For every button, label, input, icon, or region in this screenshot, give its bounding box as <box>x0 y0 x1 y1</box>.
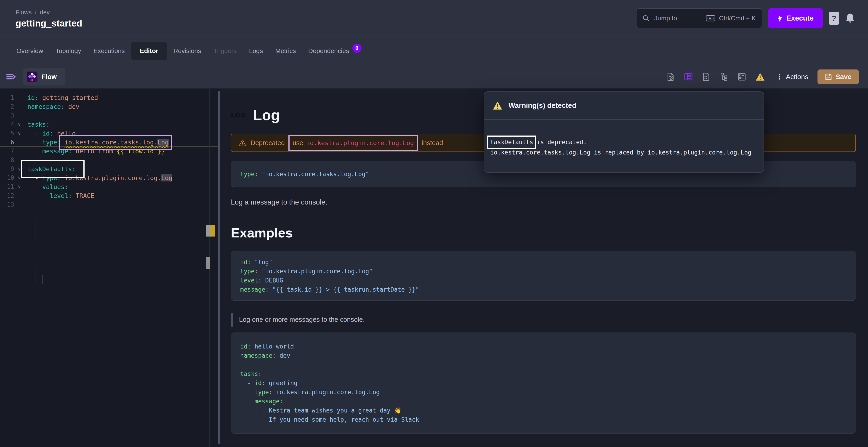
editor-line-3[interactable]: 3 <box>0 111 218 120</box>
help-icon[interactable]: ? <box>829 12 839 25</box>
help-glyph: ? <box>832 14 836 23</box>
examples-heading: Examples <box>231 225 856 241</box>
line-number: 11 <box>0 182 14 191</box>
kebab-icon: ⋮ <box>776 72 783 81</box>
example-code-block-1: id: "log"type: "io.kestra.plugin.core.lo… <box>231 251 856 301</box>
tab-logs[interactable]: Logs <box>243 42 269 60</box>
editor-lines: 1id: getting_started2namespace: dev34∨ta… <box>0 93 218 209</box>
tab-executions[interactable]: Executions <box>88 42 131 60</box>
pane-splitter[interactable] <box>218 89 220 447</box>
indent-guide <box>35 266 35 284</box>
editor-line-11[interactable]: 11∨ values: <box>0 182 218 191</box>
docs-title: Log <box>253 107 280 124</box>
blueprint-icon[interactable] <box>738 72 746 81</box>
actions-label: Actions <box>786 73 808 81</box>
indent-guide <box>28 213 28 240</box>
code-text: namespace: dev <box>25 102 218 111</box>
line-number: 8 <box>0 156 14 164</box>
keyboard-icon <box>706 15 715 22</box>
tab-revisions[interactable]: Revisions <box>167 42 207 60</box>
editor-toolbar: Flow <box>0 65 868 89</box>
tab-editor[interactable]: Editor <box>131 42 167 60</box>
tree-icon[interactable] <box>720 72 728 81</box>
tab-dependencies-label: Dependencies <box>308 47 349 55</box>
save-button[interactable]: Save <box>817 69 859 84</box>
warnings-popup-body: taskDefaults is deprecated. io.kestra.co… <box>484 120 764 158</box>
warning-line-1: taskDefaults is deprecated. <box>490 137 757 148</box>
editor-line-13[interactable]: 13 <box>0 200 218 209</box>
code-text: level: TRACE <box>25 191 218 200</box>
code-text: taskDefaults: <box>25 164 218 173</box>
example-quote: Log one or more messages to the console. <box>231 313 856 326</box>
ruler-marker-gray <box>206 257 210 269</box>
sidebar-toggle-icon[interactable] <box>6 72 17 81</box>
flow-tab-label: Flow <box>41 73 57 81</box>
code-line: - If you need some help, reach out via S… <box>240 415 846 424</box>
actions-button[interactable]: ⋮ Actions <box>776 72 808 81</box>
code-text <box>25 156 218 164</box>
deprecated-use: use <box>292 139 303 147</box>
code-line: message: "{{ task.id }} > {{ taskrun.sta… <box>240 285 846 294</box>
log-plugin-icon: LOG <box>231 112 246 119</box>
breadcrumb-namespace[interactable]: dev <box>40 9 50 16</box>
code-text: - id: hello <box>25 129 218 138</box>
warning-icon[interactable] <box>755 72 765 81</box>
code-line: level: DEBUG <box>240 276 846 285</box>
breadcrumb-flows[interactable]: Flows <box>16 9 32 16</box>
fold-gutter <box>14 191 25 200</box>
doc-panel-icon[interactable] <box>684 72 693 81</box>
code-line: type: io.kestra.plugin.core.log.Log <box>240 388 846 397</box>
flow-tab-bar: Overview Topology Executions Editor Revi… <box>0 37 868 65</box>
flow-file-tab[interactable]: Flow <box>23 68 65 86</box>
search-icon <box>643 14 650 22</box>
editor-line-5[interactable]: 5∨ - id: hello <box>0 129 218 138</box>
editor-line-4[interactable]: 4∨tasks: <box>0 120 218 129</box>
app-header: Flows / dev getting_started Jump to... C… <box>0 0 868 37</box>
line-number: 3 <box>0 111 14 120</box>
file-edit-icon[interactable] <box>666 72 675 81</box>
tab-triggers[interactable]: Triggers <box>208 42 243 60</box>
editor-line-10[interactable]: 10∨ - type: io.kestra.plugin.core.log.Lo… <box>0 173 218 182</box>
jump-to-search[interactable]: Jump to... Ctrl/Cmd + K <box>636 8 762 28</box>
line-number: 1 <box>0 93 14 102</box>
editor-line-6[interactable]: 6 type: io.kestra.core.tasks.log.Log <box>0 138 218 147</box>
search-shortcut: Ctrl/Cmd + K <box>706 14 756 22</box>
fold-chevron-icon[interactable]: ∨ <box>14 129 25 138</box>
file-grid-icon[interactable] <box>702 72 711 81</box>
tab-dependencies[interactable]: Dependencies 0 <box>302 41 368 61</box>
bell-icon[interactable] <box>845 13 855 24</box>
line-number: 6 <box>0 138 14 147</box>
fold-chevron-icon[interactable]: ∨ <box>14 164 25 173</box>
header-left: Flows / dev getting_started <box>16 8 82 29</box>
editor-line-2[interactable]: 2namespace: dev <box>0 102 218 111</box>
editor-line-9[interactable]: 9∨taskDefaults: <box>0 164 218 173</box>
page-title: getting_started <box>16 18 82 29</box>
header-actions: Jump to... Ctrl/Cmd + K Execute ? <box>636 8 855 28</box>
tab-metrics[interactable]: Metrics <box>269 42 302 60</box>
tab-overview[interactable]: Overview <box>10 42 49 60</box>
editor-line-7[interactable]: 7 message: hello from {{ flow.id }} <box>0 147 218 156</box>
deprecated-instead: instead <box>422 139 443 147</box>
shortcut-label: Ctrl/Cmd + K <box>719 14 756 22</box>
code-line: - id: greeting <box>240 378 846 388</box>
code-line: message: <box>240 397 846 406</box>
code-text <box>25 200 218 209</box>
annotation-box-popup-taskdefaults: taskDefaults <box>490 139 533 146</box>
fold-gutter <box>14 156 25 164</box>
fold-chevron-icon[interactable]: ∨ <box>14 173 25 182</box>
deprecated-label: Deprecated <box>250 139 285 147</box>
indent-guide <box>42 276 43 284</box>
yaml-editor[interactable]: 1id: getting_started2namespace: dev34∨ta… <box>0 89 218 447</box>
editor-line-8[interactable]: 8 <box>0 156 218 164</box>
indent-guide <box>28 258 28 284</box>
code-line: tasks: <box>240 369 846 378</box>
fold-gutter <box>14 111 25 120</box>
editor-line-1[interactable]: 1id: getting_started <box>0 93 218 102</box>
line-number: 5 <box>0 129 14 138</box>
editor-line-12[interactable]: 12 level: TRACE <box>0 191 218 200</box>
fold-chevron-icon[interactable]: ∨ <box>14 182 25 191</box>
tab-topology[interactable]: Topology <box>50 42 87 60</box>
execute-button[interactable]: Execute <box>768 8 823 28</box>
fold-chevron-icon[interactable]: ∨ <box>14 120 25 129</box>
indent-guide <box>35 222 35 240</box>
